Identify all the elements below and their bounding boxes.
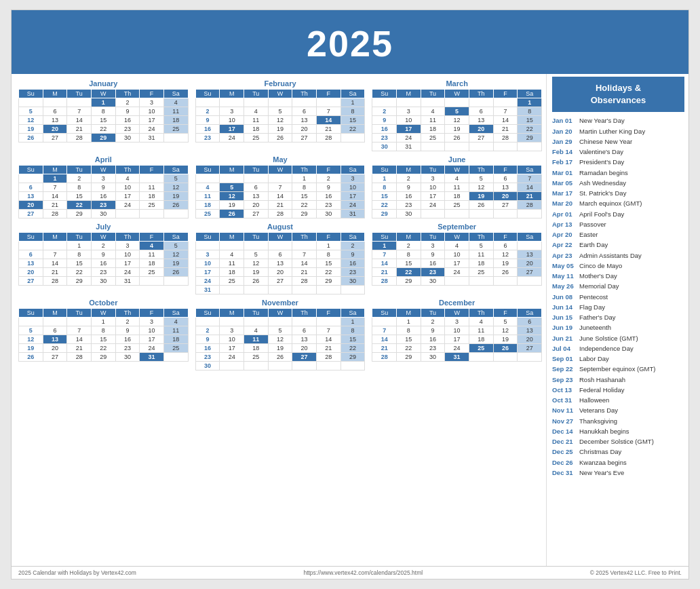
holiday-item: Sep 22September equinox (GMT) [552,364,684,374]
holiday-name: Martin Luther King Day [579,127,645,136]
holiday-date: Dec 31 [552,468,577,478]
footer-right: © 2025 Vertex42 LLC. Free to Print. [590,569,682,576]
holiday-name: Passover [579,220,606,229]
february-block: February SuMTuWThFSa 1 2345678 910111213… [195,79,366,151]
holiday-item: Apr 20Easter [552,230,684,240]
october-block: October SuMTuWThFSa 1234 567891011 12131… [18,299,189,370]
holiday-date: Mar 05 [552,178,577,188]
holiday-date: May 26 [552,282,577,291]
holiday-date: Jun 15 [552,313,577,322]
june-block: June SuMTuWThFSa 1234567 891011121314 15… [372,155,542,218]
holiday-name: Hanukkah begins [579,427,629,436]
holiday-date: Apr 13 [552,220,577,229]
holiday-name: Father's Day [579,313,616,322]
calendars-grid: January SuMTuWThFSa 1234 567891011 12131… [18,79,542,370]
april-table: SuMTuWThFSa 12345 6789101112 13141516171… [18,165,189,218]
holiday-item: May 11Mother's Day [552,271,684,281]
holiday-name: Mother's Day [579,271,617,281]
holiday-item: Dec 26Kwanzaa begins [552,458,684,468]
holiday-date: Oct 13 [552,385,577,395]
holiday-date: Mar 20 [552,199,577,208]
december-table: SuMTuWThFSa 123456 78910111213 141516171… [372,308,542,362]
february-table: SuMTuWThFSa 1 2345678 9101112131415 1617… [195,89,366,142]
holiday-date: Dec 26 [552,458,577,468]
holiday-item: Dec 14Hanukkah begins [552,427,684,436]
january-title: January [18,79,189,88]
may-table: SuMTuWThFSa 123 45678910 11121314151617 … [195,165,366,218]
holiday-name: March equinox (GMT) [579,199,642,208]
holiday-name: Thanksgiving [579,417,617,426]
holiday-date: May 05 [552,261,577,271]
holiday-date: Jun 08 [552,292,577,302]
june-table: SuMTuWThFSa 1234567 891011121314 1516171… [372,165,542,218]
holiday-name: Ash Wednesday [579,178,626,188]
holiday-date: Dec 21 [552,437,577,446]
august-block: August SuMTuWThFSa 12 3456789 1011121314… [195,223,366,294]
holiday-name: Chinese New Year [579,137,632,147]
holiday-date: Sep 23 [552,375,577,385]
holiday-date: May 11 [552,271,577,281]
holiday-item: Feb 17President's Day [552,157,684,167]
holiday-date: Jan 01 [552,116,577,126]
holiday-date: Apr 23 [552,251,577,261]
holiday-item: Jun 19Juneteenth [552,323,684,332]
september-title: September [372,223,542,231]
october-title: October [18,299,189,307]
holiday-name: New Year's Day [579,116,625,126]
footer-left: 2025 Calendar with Holidays by Vertex42.… [18,569,136,576]
january-table: SuMTuWThFSa 1234 567891011 1213141516171… [18,89,189,142]
sidebar: Holidays &Observances Jan 01New Year's D… [546,74,688,566]
june-title: June [372,155,542,164]
holiday-item: Mar 17St. Patrick's Day [552,189,684,198]
sidebar-title: Holidays &Observances [552,77,684,112]
holiday-list: Jan 01New Year's DayJan 20Martin Luther … [552,116,684,478]
holiday-item: Dec 21December Solstice (GMT) [552,437,684,446]
holiday-name: Valentine's Day [579,147,623,157]
holiday-name: Memorial Day [579,282,619,291]
july-table: SuMTuWThFSa 12345 6789101112 13141516171… [18,232,189,286]
holiday-item: Nov 11Veterans Day [552,406,684,415]
holiday-name: Federal Holiday [579,385,625,395]
holiday-item: Mar 01Ramadan begins [552,168,684,178]
holiday-item: May 26Memorial Day [552,282,684,291]
holiday-item: Sep 23Rosh Hashanah [552,375,684,385]
holiday-name: Flag Day [579,303,605,312]
holiday-name: December Solstice (GMT) [579,437,654,446]
holiday-date: Jul 04 [552,344,577,354]
may-title: May [195,155,366,164]
april-title: April [18,155,189,164]
year-header: 2025 [12,10,688,74]
holiday-item: Apr 01April Fool's Day [552,210,684,219]
holiday-item: Apr 22Earth Day [552,240,684,250]
holiday-name: Admin Assistants Day [579,251,642,261]
holiday-date: Jun 14 [552,303,577,312]
holiday-name: President's Day [579,157,624,167]
holiday-item: Dec 31New Year's Eve [552,468,684,478]
holiday-name: Easter [579,230,598,240]
september-table: SuMTuWThFSa 123456 78910111213 141516171… [372,232,542,286]
holiday-item: Sep 01Labor Day [552,354,684,364]
holiday-date: Apr 01 [552,210,577,219]
holiday-item: Jun 08Pentecost [552,292,684,302]
holiday-name: New Year's Eve [579,468,624,478]
holiday-date: Apr 20 [552,230,577,240]
holiday-item: Oct 13Federal Holiday [552,385,684,395]
holiday-name: Independence Day [579,344,634,354]
holiday-name: Pentecost [579,292,608,302]
holiday-name: Rosh Hashanah [579,375,625,385]
march-block: March SuMTuWThFSa 1 2345678 910111213141… [372,79,542,151]
holiday-item: Feb 14Valentine's Day [552,147,684,157]
holiday-item: Jan 01New Year's Day [552,116,684,126]
calendars-section: January SuMTuWThFSa 1234 567891011 12131… [12,74,546,566]
holiday-item: Mar 05Ash Wednesday [552,178,684,188]
holiday-item: Jun 15Father's Day [552,313,684,322]
holiday-date: Mar 17 [552,189,577,198]
holiday-name: Labor Day [579,354,609,364]
november-block: November SuMTuWThFSa 1 2345678 910111213… [195,299,366,370]
holiday-item: Nov 27Thanksgiving [552,417,684,426]
december-title: December [372,299,542,307]
january-block: January SuMTuWThFSa 1234 567891011 12131… [18,79,189,151]
holiday-item: Oct 31Halloween [552,396,684,405]
holiday-item: Jun 14Flag Day [552,303,684,312]
holiday-name: Juneteenth [579,323,611,332]
